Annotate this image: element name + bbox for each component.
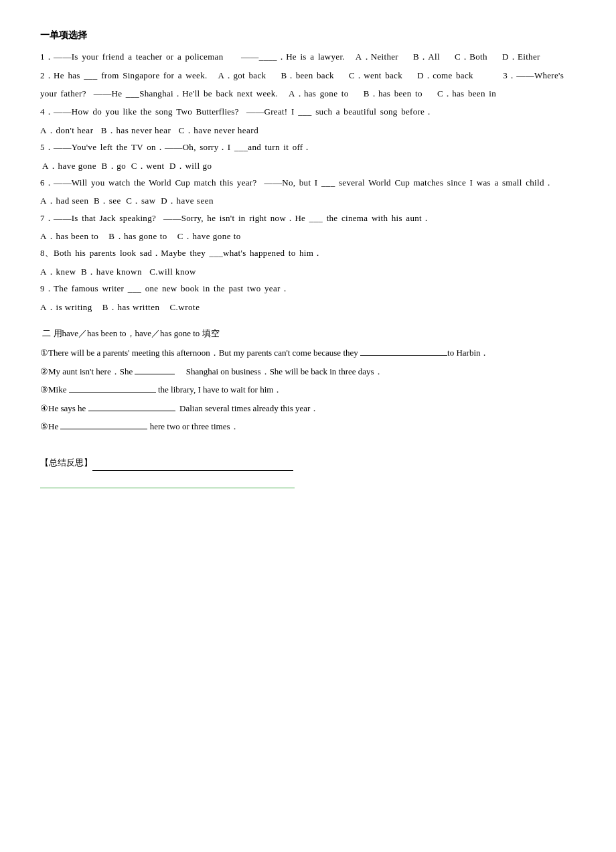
fill-1: ①There will be a parents' meeting this a… [40, 345, 576, 360]
question-7-options: A．has been to B．has gone to C．have gone … [40, 228, 576, 244]
fill-4: ④He says he Dalian several times already… [40, 401, 576, 416]
question-5-stem: 5．——You've left the TV on．——Oh, sorry．I … [40, 139, 576, 155]
summary-section: 【总结反思】 [40, 454, 576, 488]
fill-3: ③Mike the library, I have to wait for hi… [40, 382, 576, 397]
question-4-stem: 4．——How do you like the song Two Butterf… [40, 104, 576, 119]
question-8-options: A．knew B．have known C.will know [40, 264, 576, 279]
question-9-options: A．is writing B．has written C.wrote [40, 299, 576, 315]
question-6-stem: 6．——Will you watch the World Cup match t… [40, 175, 576, 190]
fill-5: ⑤He here two or three times． [40, 419, 576, 434]
summary-line-1 [40, 476, 295, 488]
section1-title: 一单项选择 [40, 27, 576, 44]
fill-2: ②My aunt isn't here．She Shanghai on busi… [40, 364, 576, 379]
question-4-options: A．don't hear B．has never hear C．have nev… [40, 123, 576, 138]
question-6-options: A．had seen B．see C．saw D．have seen [40, 193, 576, 208]
question-5-options: A．have gone B．go C．went D．will go [40, 158, 576, 173]
question-3: your father? ——He ___Shanghai．He'll be b… [40, 86, 576, 101]
question-8-stem: 8、Both his parents look sad．Maybe they _… [40, 245, 576, 261]
summary-title: 【总结反思】 [40, 454, 576, 470]
question-2: 2．He has ___ from Singapore for a week. … [40, 68, 576, 83]
question-1: 1．——Is your friend a teacher or a police… [40, 49, 576, 64]
section2-title: 二 用have／has been to，have／has gone to 填空 [40, 326, 576, 341]
question-9-stem: 9．The famous writer ___ one new book in … [40, 281, 576, 296]
question-7-stem: 7．——Is that Jack speaking? ——Sorry, he i… [40, 210, 576, 226]
